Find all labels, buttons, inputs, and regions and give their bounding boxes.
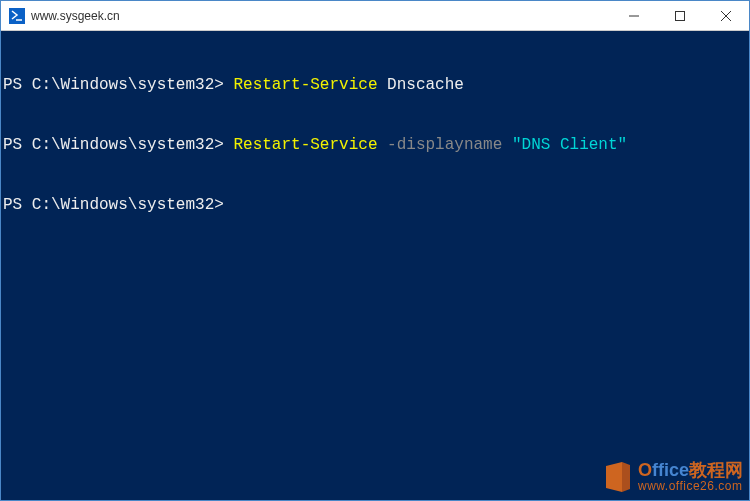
watermark-brand: Office教程网 <box>638 461 743 480</box>
terminal-line: PS C:\Windows\system32> Restart-Service … <box>3 135 747 155</box>
prompt: PS C:\Windows\system32> <box>3 136 224 154</box>
powershell-window: www.sysgeek.cn PS C:\Windows\system32> R… <box>0 0 750 501</box>
close-button[interactable] <box>703 1 749 31</box>
watermark-url: www.office26.com <box>638 480 743 493</box>
terminal-line: PS C:\Windows\system32> Restart-Service … <box>3 75 747 95</box>
prompt: PS C:\Windows\system32> <box>3 196 224 214</box>
watermark: Office教程网 www.office26.com <box>600 460 743 494</box>
window-title: www.sysgeek.cn <box>31 9 120 23</box>
office-logo-icon <box>600 460 634 494</box>
maximize-button[interactable] <box>657 1 703 31</box>
cmdlet: Restart-Service <box>233 76 377 94</box>
svg-rect-2 <box>676 11 685 20</box>
minimize-button[interactable] <box>611 1 657 31</box>
cmdlet: Restart-Service <box>233 136 377 154</box>
terminal-line: PS C:\Windows\system32> <box>3 195 747 215</box>
prompt: PS C:\Windows\system32> <box>3 76 224 94</box>
window-titlebar[interactable]: www.sysgeek.cn <box>1 1 749 31</box>
string-argument: "DNS Client" <box>512 136 627 154</box>
terminal-area[interactable]: PS C:\Windows\system32> Restart-Service … <box>1 31 749 500</box>
parameter: -displayname <box>387 136 502 154</box>
argument: Dnscache <box>387 76 464 94</box>
powershell-icon <box>9 8 25 24</box>
